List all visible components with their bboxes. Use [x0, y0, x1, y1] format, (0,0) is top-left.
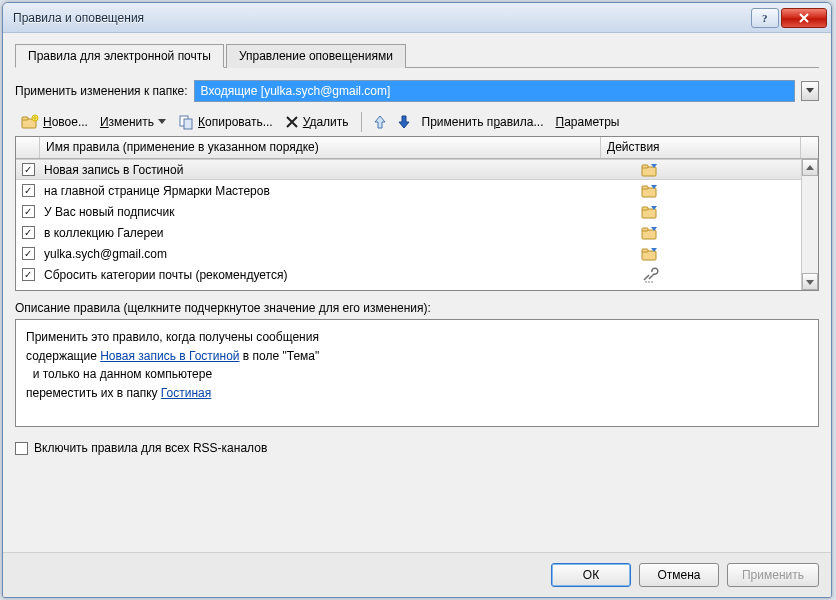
tab-email-rules[interactable]: Правила для электронной почты — [15, 44, 224, 68]
folder-select-value: Входящие [yulka.sych@gmail.com] — [201, 84, 391, 98]
desc-line-2: содержащие Новая запись в Гостиной в пол… — [26, 347, 808, 366]
svg-rect-5 — [184, 119, 192, 129]
svg-rect-9 — [642, 186, 648, 189]
chevron-down-icon — [158, 119, 166, 125]
svg-point-16 — [645, 281, 647, 283]
arrow-up-icon — [374, 115, 386, 129]
table-row[interactable]: ✓Сбросить категории почты (рекомендуется… — [16, 264, 818, 285]
titlebar[interactable]: Правила и оповещения ? — [3, 3, 831, 33]
new-rule-button[interactable]: Новое... — [17, 112, 92, 132]
desc-line-3: и только на данном компьютере — [26, 365, 808, 384]
tab-strip: Правила для электронной почты Управление… — [15, 43, 819, 68]
desc-line-1: Применить это правило, когда получены со… — [26, 328, 808, 347]
grid-header: Имя правила (применение в указанном поря… — [16, 137, 818, 159]
rule-name: yulka.sych@gmail.com — [40, 247, 601, 261]
rule-name: Новая запись в Гостиной — [40, 163, 601, 177]
svg-text:?: ? — [762, 12, 768, 24]
rule-checkbox[interactable]: ✓ — [22, 184, 35, 197]
arrow-down-icon — [398, 115, 410, 129]
new-rule-icon — [21, 114, 39, 130]
rule-checkbox[interactable]: ✓ — [22, 226, 35, 239]
scroll-track[interactable] — [802, 176, 818, 273]
move-up-button[interactable] — [370, 113, 390, 131]
delete-rule-button[interactable]: Удалить — [281, 113, 353, 131]
table-row[interactable]: ✓ в коллекцию Галереи — [16, 222, 818, 243]
rule-checkbox[interactable]: ✓ — [22, 268, 35, 281]
rule-action-icon — [601, 267, 801, 283]
grid-col-actions[interactable]: Действия — [601, 137, 801, 158]
window-title: Правила и оповещения — [13, 11, 749, 25]
tab-manage-alerts[interactable]: Управление оповещениями — [226, 44, 406, 68]
folder-select[interactable]: Входящие [yulka.sych@gmail.com] — [194, 80, 795, 102]
table-row[interactable]: ✓Новая запись в Гостиной — [16, 159, 818, 180]
run-rules-button[interactable]: Применить правила... — [418, 113, 548, 131]
grid-col-checkbox[interactable] — [16, 137, 40, 158]
copy-icon — [178, 114, 194, 130]
desc-link-folder[interactable]: Гостиная — [161, 386, 211, 400]
rule-action-icon — [601, 225, 801, 241]
rule-action-icon — [601, 246, 801, 262]
rules-toolbar: Новое... Изменить Копировать... — [15, 108, 819, 136]
rule-checkbox[interactable]: ✓ — [22, 247, 35, 260]
svg-rect-13 — [642, 228, 648, 231]
close-button[interactable] — [781, 8, 827, 28]
svg-rect-15 — [642, 249, 648, 252]
rules-grid: Имя правила (применение в указанном поря… — [15, 136, 819, 291]
description-box: Применить это правило, когда получены со… — [15, 319, 819, 427]
move-down-button[interactable] — [394, 113, 414, 131]
ok-button[interactable]: ОК — [551, 563, 631, 587]
copy-rule-button[interactable]: Копировать... — [174, 112, 277, 132]
description-label: Описание правила (щелкните подчеркнутое … — [15, 301, 819, 315]
rule-name: Сбросить категории почты (рекомендуется) — [40, 268, 601, 282]
table-row[interactable]: ✓yulka.sych@gmail.com — [16, 243, 818, 264]
rule-checkbox[interactable]: ✓ — [22, 163, 35, 176]
folder-dropdown-button[interactable] — [801, 81, 819, 101]
change-rule-button[interactable]: Изменить — [96, 113, 170, 131]
grid-scrollbar[interactable] — [801, 159, 818, 290]
scroll-up-button[interactable] — [802, 159, 818, 176]
apply-button: Применить — [727, 563, 819, 587]
svg-rect-7 — [642, 165, 648, 168]
grid-col-scroll — [801, 137, 818, 158]
delete-icon — [285, 115, 299, 129]
cancel-button[interactable]: Отмена — [639, 563, 719, 587]
scroll-down-button[interactable] — [802, 273, 818, 290]
dialog-footer: ОК Отмена Применить — [3, 552, 831, 597]
rule-action-icon — [601, 183, 801, 199]
apply-to-label: Применить изменения к папке: — [15, 84, 188, 98]
desc-link-subject[interactable]: Новая запись в Гостиной — [100, 349, 239, 363]
rule-name: У Вас новый подписчик — [40, 205, 601, 219]
svg-rect-11 — [642, 207, 648, 210]
options-button[interactable]: Параметры — [552, 113, 624, 131]
rules-dialog: Правила и оповещения ? Правила для элект… — [2, 2, 832, 598]
rule-name: на главной странице Ярмарки Мастеров — [40, 184, 601, 198]
rss-checkbox[interactable] — [15, 442, 28, 455]
table-row[interactable]: ✓на главной странице Ярмарки Мастеров — [16, 180, 818, 201]
help-button[interactable]: ? — [751, 8, 779, 28]
svg-point-17 — [648, 281, 650, 283]
toolbar-separator — [361, 112, 362, 132]
desc-line-4: переместить их в папку Гостиная — [26, 384, 808, 403]
rule-action-icon — [601, 162, 801, 178]
rule-action-icon — [601, 204, 801, 220]
svg-rect-2 — [22, 117, 28, 120]
grid-col-name[interactable]: Имя правила (применение в указанном поря… — [40, 137, 601, 158]
rule-name: в коллекцию Галереи — [40, 226, 601, 240]
rule-checkbox[interactable]: ✓ — [22, 205, 35, 218]
svg-point-18 — [651, 281, 653, 283]
rss-label: Включить правила для всех RSS-каналов — [34, 441, 267, 455]
table-row[interactable]: ✓У Вас новый подписчик — [16, 201, 818, 222]
